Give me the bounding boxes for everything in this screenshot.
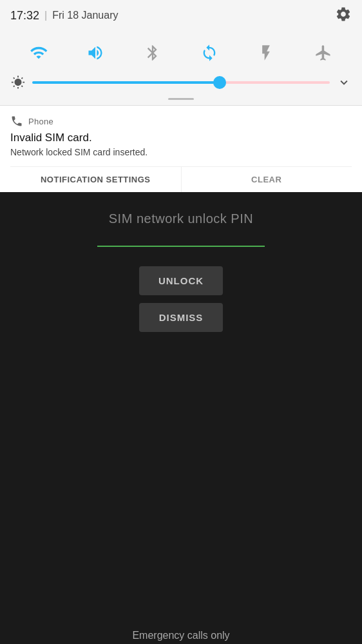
notification-app-name: Phone	[28, 117, 53, 126]
pin-input-line[interactable]	[97, 246, 265, 247]
settings-icon[interactable]	[335, 6, 352, 25]
notification-card: Phone Invalid SIM card. Network locked S…	[0, 106, 362, 192]
sync-toggle[interactable]	[196, 40, 222, 66]
notification-settings-button[interactable]: NOTIFICATION SETTINGS	[10, 167, 182, 192]
volume-toggle[interactable]	[82, 40, 108, 66]
flashlight-toggle[interactable]	[253, 40, 279, 66]
status-time: 17:32	[10, 9, 39, 23]
notification-body: Network locked SIM card inserted.	[10, 147, 352, 157]
wifi-toggle[interactable]	[26, 40, 52, 66]
notification-title: Invalid SIM card.	[10, 132, 352, 144]
sim-unlock-title: SIM network unlock PIN	[109, 211, 253, 226]
dismiss-button[interactable]: DISMISS	[139, 303, 223, 332]
brightness-slider[interactable]	[32, 81, 330, 84]
unlock-button[interactable]: UNLOCK	[139, 266, 223, 295]
bluetooth-toggle[interactable]	[140, 40, 166, 66]
handle-bar	[0, 97, 362, 105]
expand-quick-settings[interactable]	[336, 75, 352, 90]
status-date: Fri 18 January	[52, 10, 118, 21]
brightness-icon	[10, 75, 26, 90]
drag-handle	[168, 98, 194, 100]
notification-clear-button[interactable]: CLEAR	[182, 167, 352, 192]
notification-header: Phone	[10, 115, 352, 128]
phone-app-icon	[10, 115, 23, 128]
notification-actions: NOTIFICATION SETTINGS CLEAR	[10, 166, 352, 192]
brightness-row	[0, 72, 362, 97]
lock-screen: SIM network unlock PIN UNLOCK DISMISS Em…	[0, 192, 362, 644]
quick-settings-panel	[0, 31, 362, 72]
emergency-text: Emergency calls only	[0, 630, 362, 641]
airplane-toggle[interactable]	[310, 40, 336, 66]
status-bar: 17:32 | Fri 18 January	[0, 0, 362, 31]
brightness-thumb[interactable]	[213, 76, 226, 89]
status-divider: |	[44, 10, 47, 21]
